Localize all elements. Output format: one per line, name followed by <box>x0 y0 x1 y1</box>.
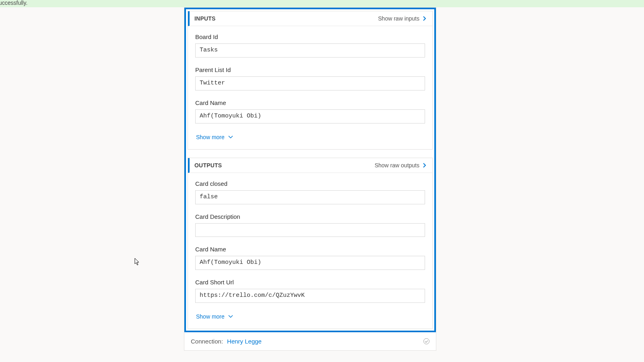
outputs-section: OUTPUTS Show raw outputs Card closed fal… <box>188 158 433 329</box>
output-field-value[interactable]: https://trello.com/c/QZuzYwvK <box>195 289 425 303</box>
connection-check-icon <box>423 338 429 344</box>
output-field-label: Card Description <box>195 213 425 220</box>
outputs-title: OUTPUTS <box>194 162 222 169</box>
output-field-value[interactable]: Ahf(Tomoyuki Obi) <box>195 256 425 270</box>
success-banner: successfully. <box>0 0 644 7</box>
mouse-cursor-icon <box>134 258 140 266</box>
connection-label: Connection: <box>191 338 223 345</box>
input-field: Card Name Ahf(Tomoyuki Obi) <box>195 99 425 123</box>
inputs-header: INPUTS Show raw inputs <box>188 11 432 26</box>
show-raw-inputs-label: Show raw inputs <box>378 15 419 22</box>
inputs-title: INPUTS <box>194 15 216 22</box>
input-field-label: Card Name <box>195 99 425 106</box>
action-run-card: INPUTS Show raw inputs Board Id Tasks Pa… <box>184 7 436 351</box>
output-field-label: Card closed <box>195 180 425 187</box>
input-field-label: Parent List Id <box>195 66 425 73</box>
connection-name[interactable]: Henry Legge <box>227 338 262 345</box>
chevron-right-icon <box>423 16 427 21</box>
success-banner-text: successfully. <box>0 0 27 6</box>
detail-panel: INPUTS Show raw inputs Board Id Tasks Pa… <box>184 8 436 332</box>
show-raw-outputs-label: Show raw outputs <box>375 162 419 169</box>
outputs-show-more[interactable]: Show more <box>195 312 233 325</box>
output-field-value[interactable] <box>195 223 425 237</box>
outputs-show-more-label: Show more <box>196 313 225 320</box>
input-field-value[interactable]: Ahf(Tomoyuki Obi) <box>195 109 425 123</box>
outputs-body: Card closed false Card Description Card … <box>188 173 432 329</box>
show-raw-outputs-link[interactable]: Show raw outputs <box>375 162 427 169</box>
output-field-label: Card Short Url <box>195 279 425 286</box>
input-field: Parent List Id Twitter <box>195 66 425 90</box>
inputs-body: Board Id Tasks Parent List Id Twitter Ca… <box>188 26 432 149</box>
output-field: Card Description <box>195 213 425 237</box>
outputs-header: OUTPUTS Show raw outputs <box>188 158 432 173</box>
output-field: Card Short Url https://trello.com/c/QZuz… <box>195 279 425 303</box>
inputs-show-more[interactable]: Show more <box>195 132 233 145</box>
inputs-show-more-label: Show more <box>196 134 225 140</box>
input-field-label: Board Id <box>195 33 425 40</box>
output-field: Card closed false <box>195 180 425 204</box>
input-field-value[interactable]: Twitter <box>195 76 425 90</box>
chevron-down-icon <box>228 315 233 319</box>
inputs-section: INPUTS Show raw inputs Board Id Tasks Pa… <box>188 11 433 150</box>
connection-left: Connection: Henry Legge <box>191 338 262 345</box>
output-field-label: Card Name <box>195 246 425 253</box>
connection-row: Connection: Henry Legge <box>184 332 436 350</box>
output-field-value[interactable]: false <box>195 190 425 204</box>
input-field-value[interactable]: Tasks <box>195 43 425 58</box>
output-field: Card Name Ahf(Tomoyuki Obi) <box>195 246 425 270</box>
show-raw-inputs-link[interactable]: Show raw inputs <box>378 15 427 22</box>
chevron-down-icon <box>228 135 233 139</box>
chevron-right-icon <box>423 162 427 168</box>
input-field: Board Id Tasks <box>195 33 425 58</box>
